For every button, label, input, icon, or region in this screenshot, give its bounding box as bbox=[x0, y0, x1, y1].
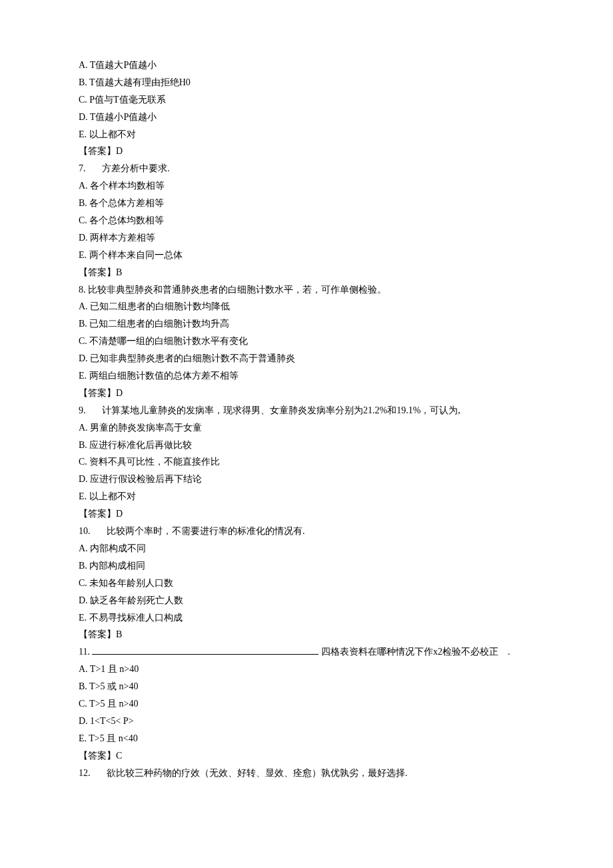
answer-label: 【答案】C bbox=[79, 747, 534, 765]
question-7-stem: 7. 方差分析中要求. bbox=[79, 160, 534, 177]
question-text: 四格表资料在哪种情况下作x2检验不必校正 bbox=[318, 647, 498, 657]
option-c: C. 资料不具可比性，不能直接作比 bbox=[79, 453, 534, 471]
question-number: 11. bbox=[79, 647, 90, 657]
option-e: E. 两个样本来自同一总体 bbox=[79, 247, 534, 264]
answer-label: 【答案】B bbox=[79, 626, 534, 643]
option-a: A. 内部构成不同 bbox=[79, 540, 534, 557]
option-d: D. 缺乏各年龄别死亡人数 bbox=[79, 592, 534, 609]
option-d: D. T值越小P值越小 bbox=[79, 109, 534, 126]
question-text: 比较两个率时，不需要进行率的标准化的情况有. bbox=[107, 526, 305, 536]
option-a: A. 各个样本均数相等 bbox=[79, 177, 534, 195]
option-a: A. 已知二组患者的白细胞计数均降低 bbox=[79, 298, 534, 315]
answer-label: 【答案】D bbox=[79, 143, 534, 160]
option-e: E. 以上都不对 bbox=[79, 126, 534, 143]
question-number: 7. bbox=[79, 163, 86, 173]
option-c: C. T>5 且 n>40 bbox=[79, 695, 534, 713]
question-text: 计算某地儿童肺炎的发病率，现求得男、女童肺炎发病率分别为21.2%和19.1%，… bbox=[102, 405, 460, 415]
question-10-stem: 10. 比较两个率时，不需要进行率的标准化的情况有. bbox=[79, 523, 534, 540]
fill-in-blank bbox=[92, 645, 318, 655]
option-b: B. 已知二组患者的白细胞计数均升高 bbox=[79, 315, 534, 333]
question-9-stem: 9. 计算某地儿童肺炎的发病率，现求得男、女童肺炎发病率分别为21.2%和19.… bbox=[79, 402, 534, 419]
question-12-stem: 12. 欲比较三种药物的疗效（无效、好转、显效、痊愈）孰优孰劣，最好选择. bbox=[79, 765, 534, 782]
answer-label: 【答案】D bbox=[79, 385, 534, 402]
option-e: E. 两组白细胞计数值的总体方差不相等 bbox=[79, 367, 534, 385]
question-text: 欲比较三种药物的疗效（无效、好转、显效、痊愈）孰优孰劣，最好选择. bbox=[107, 768, 408, 778]
question-number: 10. bbox=[79, 526, 91, 536]
answer-label: 【答案】B bbox=[79, 264, 534, 281]
option-b: B. T值越大越有理由拒绝H0 bbox=[79, 74, 534, 91]
option-a: A. T值越大P值越小 bbox=[79, 57, 534, 74]
option-c: C. P值与T值毫无联系 bbox=[79, 91, 534, 109]
option-b: B. 各个总体方差相等 bbox=[79, 195, 534, 212]
option-d: D. 两样本方差相等 bbox=[79, 229, 534, 247]
option-a: A. 男童的肺炎发病率高于女童 bbox=[79, 419, 534, 437]
option-d: D. 已知非典型肺炎患者的白细胞计数不高于普通肺炎 bbox=[79, 350, 534, 367]
option-e: E. 以上都不对 bbox=[79, 488, 534, 505]
option-b: B. T>5 或 n>40 bbox=[79, 678, 534, 695]
question-number: 9. bbox=[79, 405, 86, 415]
option-e: E. 不易寻找标准人口构成 bbox=[79, 609, 534, 627]
question-text: 方差分析中要求. bbox=[102, 163, 170, 173]
question-tail: . bbox=[508, 647, 510, 657]
option-a: A. T>1 且 n>40 bbox=[79, 661, 534, 678]
option-c: C. 未知各年龄别人口数 bbox=[79, 575, 534, 592]
option-c: C. 各个总体均数相等 bbox=[79, 212, 534, 229]
option-e: E. T>5 且 n<40 bbox=[79, 730, 534, 747]
option-d: D. 1<T<5< P> bbox=[79, 713, 534, 730]
question-8-stem: 8. 比较非典型肺炎和普通肺炎患者的白细胞计数水平，若，可作单侧检验。 bbox=[79, 281, 534, 299]
question-11-stem: 11. 四格表资料在哪种情况下作x2检验不必校正 . bbox=[79, 643, 534, 661]
question-number: 12. bbox=[79, 768, 91, 778]
option-c: C. 不清楚哪一组的白细胞计数水平有变化 bbox=[79, 333, 534, 350]
option-b: B. 应进行标准化后再做比较 bbox=[79, 437, 534, 454]
answer-label: 【答案】D bbox=[79, 505, 534, 523]
option-d: D. 应进行假设检验后再下结论 bbox=[79, 471, 534, 488]
option-b: B. 内部构成相同 bbox=[79, 557, 534, 575]
